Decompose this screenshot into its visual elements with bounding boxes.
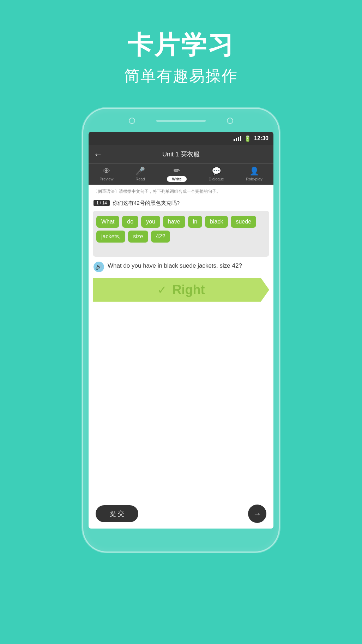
answer-section: 🔊 What do you have in black suede jacket… (89, 257, 273, 276)
word-tile[interactable]: What (96, 216, 119, 228)
main-title: 卡片学习 (124, 28, 238, 62)
tab-roleplay-label: Role-play (246, 177, 262, 181)
pencil-icon: ✏ (174, 166, 180, 175)
status-time: 12:30 (254, 135, 269, 142)
tab-preview-label: Preview (99, 177, 113, 181)
mic-icon: 🎤 (135, 167, 145, 176)
bottom-bar: 提 交 → (89, 499, 273, 529)
battery-icon: 🔋 (244, 135, 251, 142)
tab-dialogue[interactable]: 💬 Dialogue (209, 167, 224, 181)
tab-write-label: Write (167, 176, 186, 182)
word-tile[interactable]: black (205, 216, 228, 228)
word-tile-area: Whatdoyouhaveinblacksuedejackets,size42? (93, 211, 269, 257)
tab-preview[interactable]: 👁 Preview (99, 167, 113, 181)
tab-roleplay[interactable]: 👤 Role-play (246, 167, 262, 181)
word-tile[interactable]: 42? (151, 231, 170, 243)
tab-write[interactable]: ✏ Write (167, 166, 186, 182)
word-tile[interactable]: size (128, 231, 148, 243)
word-tile[interactable]: do (122, 216, 138, 228)
word-tile[interactable]: in (188, 216, 202, 228)
speaker-button[interactable]: 🔊 (93, 262, 104, 272)
phone-camera-left (129, 118, 135, 124)
eye-icon: 👁 (103, 167, 110, 176)
word-tiles-container: Whatdoyouhaveinblacksuedejackets,size42? (96, 216, 266, 243)
phone-mockup: 🔋 12:30 ← Unit 1 买衣服 👁 Preview 🎤 Read ✏ … (82, 108, 280, 553)
question-text-cn: 你们这有42号的黑色夹克吗? (113, 199, 180, 207)
word-tile[interactable]: jackets, (96, 231, 125, 243)
right-label: Right (173, 282, 205, 297)
right-banner: ✓ Right (93, 278, 269, 302)
next-button[interactable]: → (248, 505, 266, 523)
content-area: 〔侧重语法〕请根据中文句子，将下列单词组合成一个完整的句子。 1 / 14 你们… (89, 185, 273, 499)
instruction-text: 〔侧重语法〕请根据中文句子，将下列单词组合成一个完整的句子。 (89, 185, 273, 197)
phone-speaker-grille (156, 120, 206, 122)
word-tile[interactable]: you (141, 216, 160, 228)
signal-icon (234, 136, 241, 141)
top-section: 卡片学习 简单有趣易操作 (124, 28, 238, 87)
answer-text: What do you have in black suede jackets,… (108, 261, 242, 270)
header-title: Unit 1 买衣服 (162, 150, 200, 159)
tab-read[interactable]: 🎤 Read (135, 167, 145, 181)
question-badge: 1 / 14 (93, 200, 110, 206)
speaker-icon: 🔊 (95, 263, 102, 270)
status-bar: 🔋 12:30 (89, 132, 273, 145)
tab-dialogue-label: Dialogue (209, 177, 224, 181)
check-icon: ✓ (157, 283, 167, 297)
app-header: ← Unit 1 买衣服 (89, 145, 273, 163)
tab-bar: 👁 Preview 🎤 Read ✏ Write 💬 Dialogue 👤 Ro… (89, 163, 273, 185)
phone-top-bar (82, 118, 280, 124)
question-row: 1 / 14 你们这有42号的黑色夹克吗? (89, 197, 273, 211)
phone-camera-right (227, 118, 233, 124)
person-icon: 👤 (249, 167, 259, 176)
main-subtitle: 简单有趣易操作 (124, 66, 238, 87)
submit-button[interactable]: 提 交 (96, 505, 138, 522)
chat-icon: 💬 (212, 167, 221, 176)
word-tile[interactable]: suede (231, 216, 256, 228)
phone-screen: 🔋 12:30 ← Unit 1 买衣服 👁 Preview 🎤 Read ✏ … (89, 132, 273, 529)
back-button[interactable]: ← (93, 149, 103, 160)
tab-read-label: Read (135, 177, 145, 181)
word-tile[interactable]: have (163, 216, 185, 228)
